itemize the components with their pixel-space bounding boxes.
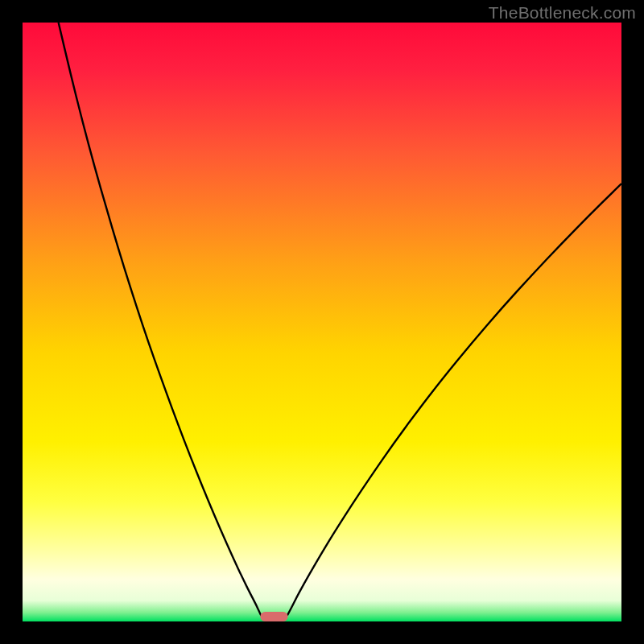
gradient-background [23,23,621,621]
chart-canvas [23,23,621,621]
bottleneck-marker [260,612,287,621]
watermark-text: TheBottleneck.com [489,3,636,23]
chart-frame [23,23,621,621]
